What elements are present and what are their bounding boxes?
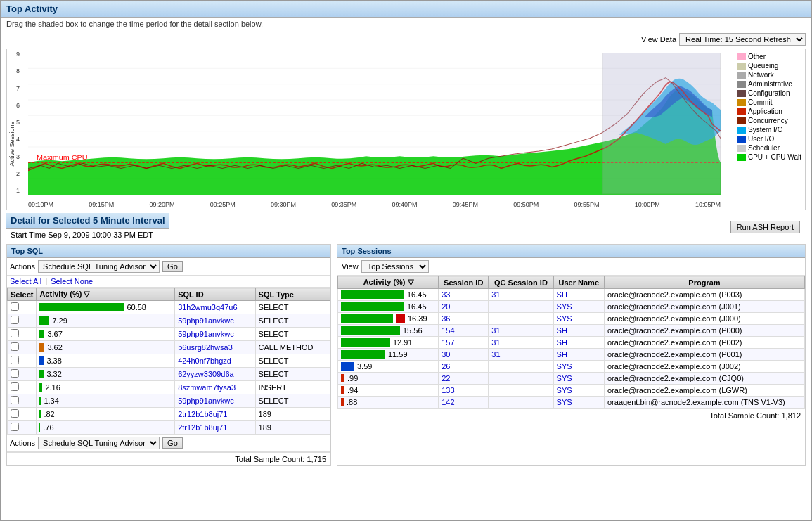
sql-row-checkbox[interactable]	[11, 342, 19, 351]
session-activity-pct: .99	[347, 374, 358, 382]
page-header: Top Activity	[1, 1, 811, 18]
sql-id-link[interactable]: b6usrg82hwsa3	[178, 343, 233, 352]
page-title: Top Activity	[6, 4, 806, 14]
sql-id-link[interactable]: 424h0nf7bhgzd	[178, 356, 231, 365]
session-id-link[interactable]: 154	[442, 326, 454, 335]
activity-pct-value: 1.34	[44, 397, 58, 405]
username-link[interactable]: SH	[557, 290, 567, 299]
session-id-cell: 157	[439, 337, 489, 349]
sql-checkbox-cell[interactable]	[8, 408, 37, 421]
col-sqltype: SQL Type	[255, 288, 330, 301]
activity-bar	[341, 314, 393, 323]
qc-session-id-link[interactable]: 31	[491, 350, 500, 359]
qc-session-id-cell: 31	[489, 289, 553, 301]
sessions-table-row: 16.39 36 SYS oracle@racnode2.example.com…	[338, 313, 805, 325]
legend-concurrency: Concurrency	[737, 117, 801, 124]
sql-checkbox-cell[interactable]	[8, 341, 37, 354]
sql-id-link[interactable]: 62yyzw3309d6a	[178, 370, 234, 378]
session-activity-cell: 3.59	[338, 361, 439, 373]
username-link[interactable]: SYS	[557, 398, 572, 406]
session-id-link[interactable]: 30	[442, 350, 450, 359]
chart-canvas[interactable]: Maximum CPU	[28, 53, 721, 195]
sql-row-checkbox[interactable]	[11, 316, 19, 324]
sql-checkbox-cell[interactable]	[8, 301, 37, 314]
sql-id-link[interactable]: 59php91anvkwc	[178, 330, 234, 338]
sql-checkbox-cell[interactable]	[8, 421, 37, 435]
username-cell: SYS	[553, 301, 604, 313]
col-activity[interactable]: Activity (%) ▽	[37, 288, 175, 301]
sql-checkbox-cell[interactable]	[8, 314, 37, 328]
legend-scheduler: Scheduler	[737, 144, 801, 152]
sql-id-link[interactable]: 2tr12b1b8uj71	[178, 423, 227, 432]
qc-session-id-link[interactable]: 31	[491, 338, 500, 347]
sql-row-checkbox[interactable]	[11, 396, 19, 404]
sql-row-checkbox[interactable]	[11, 409, 19, 418]
sql-checkbox-cell[interactable]	[8, 394, 37, 408]
sql-activity-cell: 2.16	[37, 381, 175, 394]
session-id-link[interactable]: 142	[442, 398, 454, 406]
qc-session-id-link[interactable]: 31	[491, 290, 500, 299]
actions-select-top[interactable]: Schedule SQL Tuning Advisor Run SQL Tuni…	[38, 260, 160, 273]
sql-row-checkbox[interactable]	[11, 356, 19, 364]
sql-id-link[interactable]: 31h2wmu3q47u6	[178, 303, 237, 311]
panels-container: Top SQL Actions Schedule SQL Tuning Advi…	[1, 241, 811, 469]
username-link[interactable]: SH	[557, 326, 567, 335]
session-id-link[interactable]: 157	[442, 338, 454, 347]
actions-select-bottom[interactable]: Schedule SQL Tuning Advisor Run SQL Tuni…	[38, 437, 160, 449]
sql-id-cell: 2tr12b1b8uj71	[175, 408, 255, 421]
go-button-top[interactable]: Go	[162, 261, 183, 272]
select-none-link[interactable]: Select None	[51, 277, 93, 285]
sql-checkbox-cell[interactable]	[8, 368, 37, 381]
view-data-select[interactable]: Real Time: 15 Second Refresh Last 1 Hour…	[679, 33, 806, 46]
sql-id-link[interactable]: 59php91anvkwc	[178, 397, 234, 405]
go-button-bottom[interactable]: Go	[162, 437, 183, 449]
sql-id-link[interactable]: 59php91anvkwc	[178, 316, 234, 325]
start-time: Start Time Sep 9, 2009 10:00:33 PM EDT	[6, 229, 169, 241]
sql-id-link[interactable]: 2tr12b1b8uj71	[178, 410, 227, 418]
sql-row-checkbox[interactable]	[11, 382, 19, 391]
legend-color-administrative	[737, 81, 746, 88]
sql-checkbox-cell[interactable]	[8, 354, 37, 368]
legend-color-user-io	[737, 136, 746, 143]
sql-id-link[interactable]: 8szmwam7fysa3	[178, 383, 236, 392]
username-link[interactable]: SYS	[557, 374, 572, 382]
sessions-table-row: 16.45 33 31 SH oracle@racnode2.example.c…	[338, 289, 805, 301]
username-link[interactable]: SH	[557, 350, 567, 359]
username-cell: SH	[553, 349, 604, 361]
session-activity-cell: 11.59	[338, 349, 439, 361]
sql-row-checkbox[interactable]	[11, 369, 19, 378]
sql-checkbox-cell[interactable]	[8, 328, 37, 341]
select-all-link[interactable]: Select All	[10, 277, 41, 285]
activity-bar	[39, 330, 44, 338]
sql-row-checkbox[interactable]	[11, 423, 19, 431]
sql-table-row: 2.16 8szmwam7fysa3 INSERT	[8, 381, 330, 394]
session-id-link[interactable]: 36	[442, 314, 450, 323]
sessions-total-count: Total Sample Count: 1,812	[337, 409, 805, 422]
activity-bar-secondary	[396, 314, 405, 323]
session-id-link[interactable]: 26	[442, 362, 450, 371]
session-id-link[interactable]: 20	[442, 302, 450, 311]
sql-checkbox-cell[interactable]	[8, 381, 37, 394]
session-id-link[interactable]: 22	[442, 374, 450, 382]
activity-pct-value: 3.62	[47, 343, 62, 352]
detail-title: Detail for Selected 5 Minute Interval	[6, 213, 169, 229]
username-link[interactable]: SYS	[557, 314, 572, 323]
sql-id-cell: 59php91anvkwc	[175, 328, 255, 341]
session-id-link[interactable]: 33	[442, 290, 450, 299]
username-link[interactable]: SYS	[557, 302, 572, 311]
sql-row-checkbox[interactable]	[11, 302, 19, 311]
username-link[interactable]: SH	[557, 338, 567, 347]
sessions-view-select[interactable]: Top Sessions Top Services Top Clients To…	[361, 260, 429, 273]
session-id-link[interactable]: 133	[442, 386, 454, 394]
col-session-activity[interactable]: Activity (%) ▽	[338, 276, 439, 289]
sessions-table-row: .94 133 SYS oracle@racnode2.example.com …	[338, 385, 805, 397]
col-program: Program	[604, 276, 804, 289]
sql-row-checkbox[interactable]	[11, 329, 19, 337]
username-cell: SYS	[553, 361, 604, 373]
sql-activity-cell: .82	[37, 408, 175, 421]
username-link[interactable]: SYS	[557, 386, 572, 394]
sessions-view-bar: View Top Sessions Top Services Top Clien…	[337, 258, 805, 276]
run-ash-button[interactable]: Run ASH Report	[730, 221, 800, 233]
username-link[interactable]: SYS	[557, 362, 572, 371]
qc-session-id-link[interactable]: 31	[491, 326, 500, 335]
